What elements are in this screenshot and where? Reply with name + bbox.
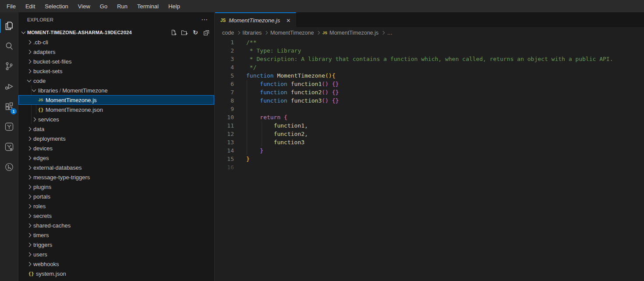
- line-number: 2: [215, 46, 234, 55]
- tree-item--cb-cli[interactable]: .cb-cli: [18, 37, 214, 47]
- tree-item-secrets[interactable]: secrets: [18, 211, 214, 221]
- menu-help[interactable]: Help: [163, 0, 185, 12]
- breadcrumb-item[interactable]: MomentTimezone: [270, 30, 314, 36]
- line-number: 4: [215, 63, 234, 71]
- tree-item-momenttimezone-js[interactable]: JSMomentTimezone.js: [18, 95, 214, 105]
- rounded-square-y-dot-icon: [4, 142, 14, 152]
- activitybar-extensions[interactable]: 1: [0, 96, 18, 117]
- menu-bar: FileEditSelectionViewGoRunTerminalHelp: [0, 0, 644, 12]
- menu-view[interactable]: View: [73, 0, 95, 12]
- collapse-all-icon[interactable]: [203, 29, 210, 36]
- new-file-icon[interactable]: [170, 29, 177, 36]
- line-number: 5: [215, 71, 234, 80]
- chevron-right-icon: [25, 263, 32, 266]
- tree-item-label: MomentTimezone.json: [46, 107, 103, 113]
- editor-group: JS MomentTimezone.js ✕ codelibrariesMome…: [215, 12, 644, 281]
- tree-item-message-type-triggers[interactable]: message-type-triggers: [18, 172, 214, 182]
- chevron-down-icon: [30, 89, 37, 91]
- code-line: 9: [215, 105, 644, 113]
- activitybar-extension-c[interactable]: [0, 157, 18, 177]
- tree-item-bucket-set-files[interactable]: bucket-set-files: [18, 57, 214, 66]
- refresh-icon[interactable]: ↻: [192, 29, 199, 36]
- activitybar-extension-b[interactable]: [0, 137, 18, 157]
- tree-item-label: adapters: [33, 49, 56, 55]
- tree-item-shared-caches[interactable]: shared-caches: [18, 221, 214, 230]
- new-folder-icon[interactable]: [181, 29, 188, 36]
- code-line-text: return {: [234, 113, 287, 121]
- tree-item-roles[interactable]: roles: [18, 201, 214, 211]
- code-line-text: /**: [234, 38, 256, 46]
- tree-item-label: external-databases: [33, 164, 82, 171]
- tree-item-adapters[interactable]: adapters: [18, 47, 214, 57]
- chevron-right-icon: [25, 253, 32, 256]
- tree-item-external-databases[interactable]: external-databases: [18, 163, 214, 172]
- tree-item-libraries-momenttimezone[interactable]: libraries/MomentTimezone: [18, 85, 214, 95]
- code-line-text: function function1() {}: [234, 80, 339, 88]
- tree-item-deployments[interactable]: deployments: [18, 134, 214, 143]
- activitybar-run-and-debug[interactable]: [0, 76, 18, 96]
- tree-item-edges[interactable]: edges: [18, 153, 214, 163]
- tree-item-users[interactable]: users: [18, 249, 214, 259]
- line-number: 16: [215, 163, 234, 171]
- activitybar-extension-a[interactable]: [0, 117, 18, 137]
- tree-item-label: services: [38, 116, 59, 123]
- menu-terminal[interactable]: Terminal: [132, 0, 163, 12]
- activitybar-source-control[interactable]: [0, 56, 18, 76]
- line-number: 1: [215, 38, 234, 46]
- line-number: 11: [215, 121, 234, 130]
- tree-item-label: devices: [33, 145, 53, 152]
- tree-item-plugins[interactable]: plugins: [18, 182, 214, 192]
- activitybar-explorer[interactable]: [0, 16, 18, 36]
- chevron-right-icon: [25, 70, 32, 73]
- line-number: 13: [215, 138, 234, 146]
- tree-item-webhooks[interactable]: webhooks: [18, 259, 214, 269]
- code-line-text: }: [234, 146, 263, 155]
- code-area[interactable]: 1/**2 * Type: Library3 * Description: A …: [215, 38, 644, 281]
- tree-item-label: bucket-set-files: [33, 58, 71, 65]
- tree-item-bucket-sets[interactable]: bucket-sets: [18, 66, 214, 76]
- rounded-square-y-icon: [4, 121, 14, 132]
- more-actions-icon[interactable]: ⋯: [201, 18, 208, 22]
- code-line-text: function1,: [234, 121, 308, 130]
- tree-item-devices[interactable]: devices: [18, 143, 214, 153]
- activitybar-search[interactable]: [0, 36, 18, 56]
- code-line-text: function function2() {}: [234, 88, 339, 96]
- breadcrumb-item[interactable]: code: [222, 30, 234, 36]
- tree-item-services[interactable]: services: [18, 114, 214, 124]
- sidebar-title: EXPLORER: [27, 17, 53, 22]
- menu-edit[interactable]: Edit: [21, 0, 40, 12]
- chevron-right-icon: [25, 205, 32, 208]
- files-icon: [4, 21, 14, 31]
- line-number: 15: [215, 155, 234, 163]
- tree-item-system-json[interactable]: {}system.json: [18, 269, 214, 278]
- project-root-row[interactable]: MOMENT-TIMEZONE-ASHARMA-19DEC2024 ↻: [18, 27, 214, 37]
- json-file-icon: {}: [27, 271, 35, 277]
- tree-item-timers[interactable]: timers: [18, 230, 214, 240]
- chevron-down-icon: [21, 29, 26, 34]
- chevron-right-icon: [25, 147, 32, 150]
- chevron-right-icon: [25, 185, 32, 189]
- code-line: 6 function function1() {}: [215, 80, 644, 88]
- tree-item-data[interactable]: data: [18, 124, 214, 134]
- menu-run[interactable]: Run: [112, 0, 132, 12]
- menu-go[interactable]: Go: [95, 0, 112, 12]
- tree-item-label: users: [33, 251, 47, 258]
- menu-selection[interactable]: Selection: [40, 0, 73, 12]
- breadcrumb-item[interactable]: libraries: [243, 30, 262, 36]
- tree-item-triggers[interactable]: triggers: [18, 240, 214, 249]
- tree-item-label: triggers: [33, 242, 52, 248]
- line-number: 7: [215, 88, 234, 96]
- tree-item-portals[interactable]: portals: [18, 192, 214, 201]
- close-icon[interactable]: ✕: [286, 18, 290, 24]
- tree-item-momenttimezone-json[interactable]: {}MomentTimezone.json: [18, 105, 214, 114]
- chevron-right-icon: [25, 166, 32, 169]
- breadcrumb-item[interactable]: …: [387, 30, 393, 36]
- tree-item-code[interactable]: code: [18, 76, 214, 85]
- code-line: 11 function1,: [215, 121, 644, 130]
- chevron-right-icon: [25, 195, 32, 198]
- tree-item-label: data: [33, 126, 44, 132]
- line-number: 10: [215, 113, 234, 121]
- tab-momenttimezone-js[interactable]: JS MomentTimezone.js ✕: [215, 12, 296, 28]
- breadcrumb-item[interactable]: JSMomentTimezone.js: [322, 30, 379, 36]
- menu-file[interactable]: File: [2, 0, 21, 12]
